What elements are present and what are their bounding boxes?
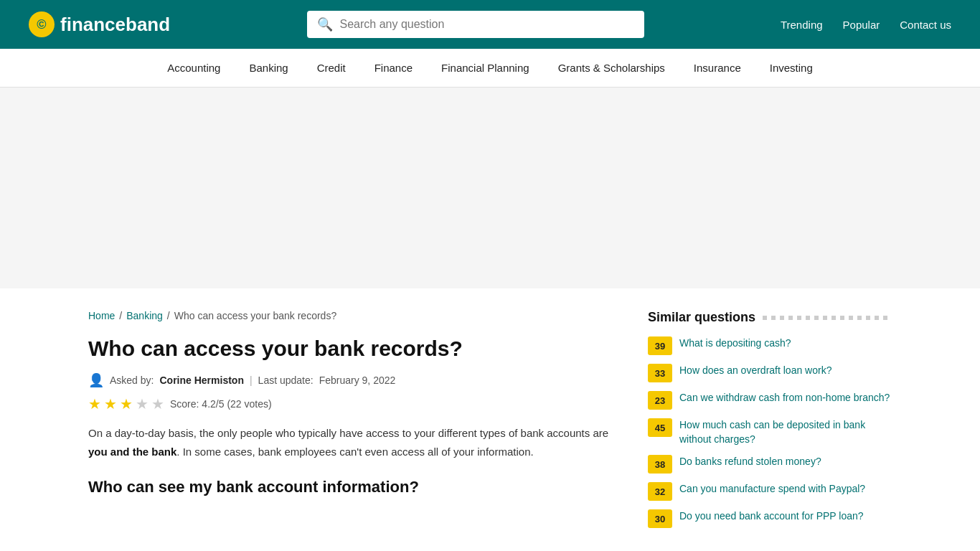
sidebar: Similar questions 39 What is depositing … (648, 310, 892, 537)
similar-badge-5: 38 (648, 455, 672, 474)
similar-link-5[interactable]: Do banks refund stolen money? (679, 455, 821, 469)
author-line: 👤 Asked by: Corine Hermiston | Last upda… (88, 372, 619, 388)
cat-grants[interactable]: Grants & Scholarships (558, 62, 665, 74)
star-2: ★ (104, 395, 117, 413)
article-subtitle: Who can see my bank account information? (88, 478, 619, 496)
header-nav: Trending Popular Contact us (781, 19, 951, 31)
cat-credit[interactable]: Credit (317, 62, 346, 74)
star-5: ★ (151, 395, 164, 413)
breadcrumb-category[interactable]: Banking (126, 310, 163, 321)
similar-questions-title: Similar questions (648, 310, 892, 325)
cat-investing[interactable]: Investing (770, 62, 813, 74)
score-text: Score: 4.2/5 (22 votes) (170, 398, 272, 410)
breadcrumb-current: Who can access your bank records? (174, 310, 336, 321)
ad-banner (0, 88, 980, 288)
similar-item-1: 39 What is depositing cash? (648, 336, 892, 355)
separator: | (250, 375, 253, 386)
star-3: ★ (120, 395, 133, 413)
breadcrumb-sep1: / (119, 310, 122, 321)
similar-link-4[interactable]: How much cash can be deposited in bank w… (679, 418, 892, 446)
category-nav: Accounting Banking Credit Finance Financ… (0, 49, 980, 88)
cat-banking[interactable]: Banking (249, 62, 288, 74)
similar-badge-7: 30 (648, 509, 672, 528)
similar-item-2: 33 How does an overdraft loan work? (648, 364, 892, 382)
author-icon: 👤 (88, 372, 104, 388)
article-body: On a day-to-day basis, the only people w… (88, 424, 619, 461)
breadcrumb: Home / Banking / Who can access your ban… (88, 310, 619, 321)
last-update-date: February 9, 2022 (319, 375, 396, 386)
main-content: Home / Banking / Who can access your ban… (60, 288, 920, 551)
breadcrumb-home[interactable]: Home (88, 310, 115, 321)
similar-item-7: 30 Do you need bank account for PPP loan… (648, 509, 892, 528)
similar-link-3[interactable]: Can we withdraw cash from non-home branc… (679, 391, 890, 405)
similar-item-4: 45 How much cash can be deposited in ban… (648, 418, 892, 446)
similar-badge-1: 39 (648, 336, 672, 355)
cat-insurance[interactable]: Insurance (694, 62, 741, 74)
cat-accounting[interactable]: Accounting (167, 62, 220, 74)
nav-trending[interactable]: Trending (781, 19, 823, 31)
breadcrumb-sep2: / (167, 310, 170, 321)
similar-item-5: 38 Do banks refund stolen money? (648, 455, 892, 474)
logo-text: financeband (60, 14, 170, 36)
similar-link-6[interactable]: Can you manufacture spend with Paypal? (679, 482, 865, 496)
star-rating: ★ ★ ★ ★ ★ Score: 4.2/5 (22 votes) (88, 395, 619, 413)
nav-popular[interactable]: Popular (843, 19, 880, 31)
logo-link[interactable]: © financeband (29, 11, 170, 37)
site-header: © financeband 🔍 Trending Popular Contact… (0, 0, 980, 49)
nav-contact[interactable]: Contact us (900, 19, 951, 31)
search-bar: 🔍 (307, 11, 644, 38)
similar-badge-2: 33 (648, 364, 672, 382)
similar-link-7[interactable]: Do you need bank account for PPP loan? (679, 509, 864, 524)
star-4: ★ (136, 395, 149, 413)
logo-icon: © (29, 11, 55, 37)
similar-link-2[interactable]: How does an overdraft loan work? (679, 364, 831, 378)
similar-link-1[interactable]: What is depositing cash? (679, 336, 791, 351)
search-icon: 🔍 (317, 17, 333, 32)
author-label: Asked by: (110, 375, 154, 386)
cat-financial-planning[interactable]: Financial Planning (441, 62, 529, 74)
article: Home / Banking / Who can access your ban… (88, 310, 619, 537)
similar-badge-6: 32 (648, 482, 672, 501)
similar-item-6: 32 Can you manufacture spend with Paypal… (648, 482, 892, 501)
similar-badge-3: 23 (648, 391, 672, 410)
article-title: Who can access your bank records? (88, 334, 619, 362)
author-name: Corine Hermiston (159, 375, 243, 386)
cat-finance[interactable]: Finance (374, 62, 413, 74)
last-update-label: Last update: (258, 375, 314, 386)
search-input[interactable] (340, 18, 634, 31)
similar-item-3: 23 Can we withdraw cash from non-home br… (648, 391, 892, 410)
star-1: ★ (88, 395, 101, 413)
similar-badge-4: 45 (648, 418, 672, 437)
